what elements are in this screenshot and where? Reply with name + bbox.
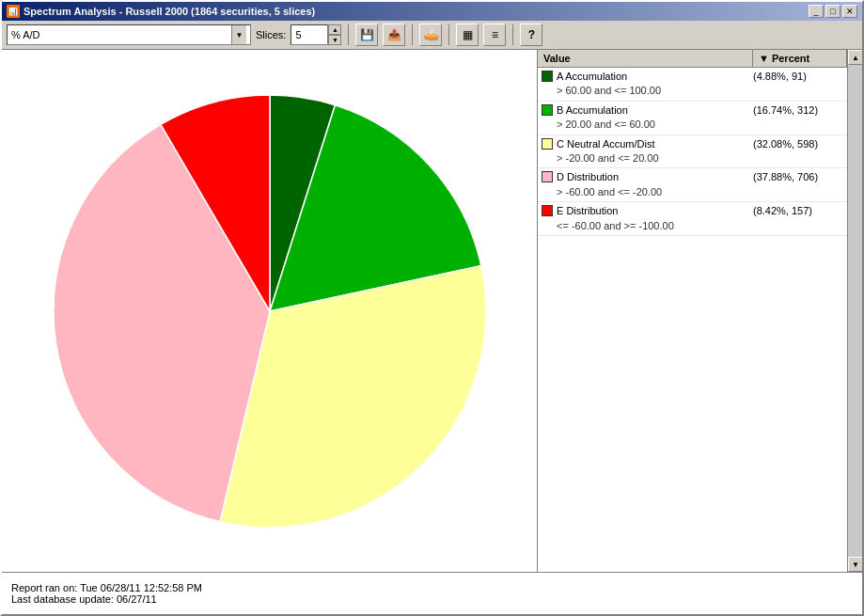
legend-percent-text: (37.88%, 706) — [749, 170, 843, 184]
report-ran-line: Report ran on: Tue 06/28/11 12:52:58 PM — [11, 582, 853, 593]
scroll-up-button[interactable]: ▲ — [848, 50, 862, 65]
spin-down-button[interactable]: ▼ — [328, 35, 341, 45]
slices-spinner: 5 ▲ ▼ — [291, 24, 341, 45]
legend-row-label: B Accumulation > 20.00 and <= 60.00 — [557, 103, 749, 133]
scroll-track[interactable] — [848, 65, 862, 557]
close-button[interactable]: ✕ — [842, 5, 857, 18]
legend-color-swatch — [542, 104, 553, 116]
legend-table: A Accumulation > 60.00 and <= 100.00 (4.… — [538, 68, 847, 572]
legend-row[interactable]: C Neutral Accum/Dist > -20.00 and <= 20.… — [538, 135, 847, 169]
legend-color-swatch — [542, 138, 553, 150]
spin-buttons: ▲ ▼ — [328, 24, 341, 45]
main-content: Value ▼ Percent A Accumulation > 60.00 a… — [2, 50, 862, 572]
legend-percent-text: (32.08%, 598) — [749, 137, 843, 151]
legend-percent-header[interactable]: ▼ Percent — [753, 50, 847, 67]
spin-up-button[interactable]: ▲ — [328, 24, 341, 35]
app-icon: 📊 — [7, 5, 20, 18]
toolbar-separator-3 — [448, 24, 449, 45]
legend-value-text: > -60.00 and <= -20.00 — [557, 186, 662, 197]
legend-label-text: C Neutral Accum/Dist — [557, 138, 655, 150]
legend-row-label: C Neutral Accum/Dist > -20.00 and <= 20.… — [557, 137, 749, 166]
help-button[interactable]: ? — [520, 24, 542, 46]
pie-chart-svg — [25, 67, 514, 556]
title-bar: 📊 Spectrum Analysis - Russell 2000 (1864… — [2, 2, 862, 21]
scrollbar-vertical: ▲ ▼ — [847, 50, 862, 572]
main-window: 📊 Spectrum Analysis - Russell 2000 (1864… — [0, 0, 864, 616]
legend-color-swatch — [542, 71, 553, 82]
toolbar-separator-2 — [412, 24, 413, 45]
legend-percent-text: (16.74%, 312) — [749, 103, 843, 118]
legend-value-text: <= -60.00 and >= -100.00 — [557, 220, 674, 231]
legend-row[interactable]: E Distribution <= -60.00 and >= -100.00 … — [538, 202, 847, 236]
window-title: Spectrum Analysis - Russell 2000 (1864 s… — [24, 6, 315, 17]
slices-label: Slices: — [256, 29, 286, 40]
legend-label-text: A Accumulation — [557, 71, 627, 82]
sort-icon: ▼ — [759, 53, 769, 64]
save-button[interactable]: 💾 — [355, 24, 378, 46]
list-view-button[interactable]: ≡ — [483, 24, 506, 46]
toolbar-separator-1 — [348, 24, 349, 45]
legend-value-text: > 20.00 and <= 60.00 — [557, 118, 655, 130]
legend-row-label: D Distribution > -60.00 and <= -20.00 — [557, 170, 749, 199]
legend-color-swatch — [542, 171, 553, 182]
legend-percent-label: Percent — [772, 53, 809, 64]
legend-row-label: E Distribution <= -60.00 and >= -100.00 — [557, 204, 749, 233]
legend-row[interactable]: A Accumulation > 60.00 and <= 100.00 (4.… — [538, 68, 847, 102]
metric-dropdown[interactable]: % A/D ▼ — [7, 24, 251, 45]
toolbar: % A/D ▼ Slices: 5 ▲ ▼ 💾 📤 🥧 ▦ ≡ ? — [2, 21, 862, 50]
toolbar-separator-4 — [512, 24, 513, 45]
legend-percent-text: (8.42%, 157) — [749, 204, 843, 218]
legend-label-text: E Distribution — [557, 205, 618, 216]
legend-label-text: D Distribution — [557, 171, 619, 182]
minimize-button[interactable]: _ — [809, 5, 824, 18]
last-db-update-line: Last database update: 06/27/11 — [11, 593, 853, 605]
slices-input[interactable]: 5 — [291, 24, 328, 45]
legend-row[interactable]: D Distribution > -60.00 and <= -20.00 (3… — [538, 168, 847, 202]
legend-value-text: > -20.00 and <= 20.00 — [557, 152, 659, 164]
title-buttons: _ □ ✕ — [809, 5, 857, 18]
dropdown-value: % A/D — [11, 29, 40, 40]
legend-row-label: A Accumulation > 60.00 and <= 100.00 — [557, 70, 749, 99]
legend-label-text: B Accumulation — [557, 104, 628, 116]
legend-panel: Value ▼ Percent A Accumulation > 60.00 a… — [537, 50, 847, 572]
legend-value-label: Value — [543, 53, 571, 64]
open-button[interactable]: 📤 — [383, 24, 405, 46]
slices-value: 5 — [295, 29, 301, 40]
pie-chart-button[interactable]: 🥧 — [419, 24, 442, 46]
legend-color-swatch — [542, 205, 553, 216]
legend-value-header[interactable]: Value — [538, 50, 753, 67]
legend-value-text: > 60.00 and <= 100.00 — [557, 85, 661, 96]
scroll-down-button[interactable]: ▼ — [848, 557, 862, 572]
maximize-button[interactable]: □ — [825, 5, 840, 18]
chart-area — [2, 50, 537, 572]
title-bar-left: 📊 Spectrum Analysis - Russell 2000 (1864… — [7, 5, 315, 18]
legend-row[interactable]: B Accumulation > 20.00 and <= 60.00 (16.… — [538, 102, 847, 135]
legend-header: Value ▼ Percent — [538, 50, 847, 68]
legend-percent-text: (4.88%, 91) — [749, 70, 843, 84]
footer: Report ran on: Tue 06/28/11 12:52:58 PM … — [2, 572, 862, 614]
grid-view-button[interactable]: ▦ — [456, 24, 479, 46]
dropdown-arrow-icon[interactable]: ▼ — [231, 25, 246, 44]
